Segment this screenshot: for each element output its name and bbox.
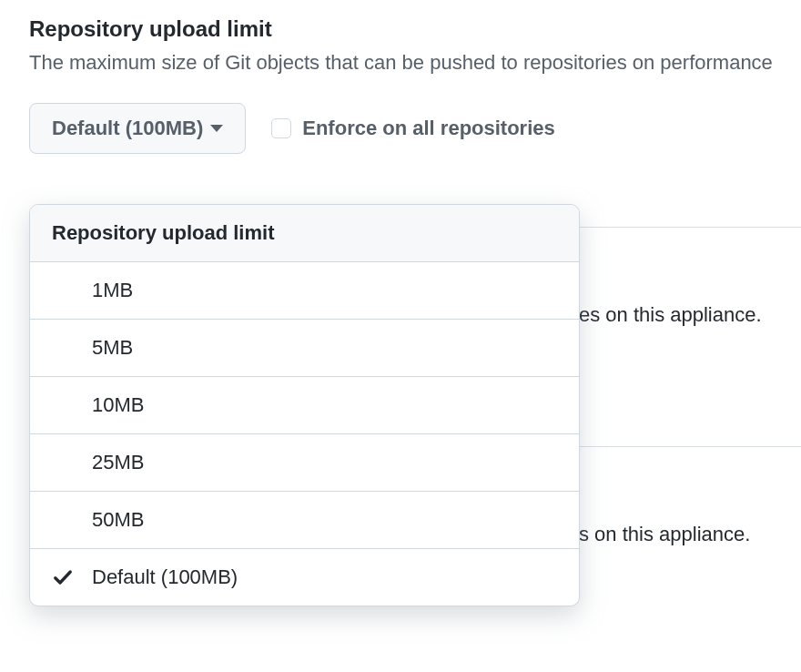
menu-item-1mb[interactable]: 1MB xyxy=(30,262,579,320)
upload-limit-dropdown[interactable]: Default (100MB) xyxy=(29,103,246,154)
menu-item-label: 25MB xyxy=(92,451,144,474)
background-text: s on this appliance. xyxy=(579,523,750,546)
upload-limit-menu: Repository upload limit 1MB 5MB 10MB 25M… xyxy=(29,204,580,606)
menu-header: Repository upload limit xyxy=(30,205,579,262)
controls-row: Default (100MB) Enforce on all repositor… xyxy=(29,103,772,154)
caret-down-icon xyxy=(210,125,223,132)
enforce-checkbox[interactable]: Enforce on all repositories xyxy=(271,117,555,140)
menu-item-50mb[interactable]: 50MB xyxy=(30,492,579,549)
checkbox-label: Enforce on all repositories xyxy=(302,117,555,140)
checkbox-box-icon xyxy=(271,118,291,138)
section-description: The maximum size of Git objects that can… xyxy=(29,47,772,77)
menu-item-label: 1MB xyxy=(92,279,133,302)
section-title: Repository upload limit xyxy=(29,16,772,42)
menu-item-10mb[interactable]: 10MB xyxy=(30,377,579,434)
menu-item-25mb[interactable]: 25MB xyxy=(30,434,579,492)
check-icon xyxy=(52,566,92,588)
menu-item-default-100mb[interactable]: Default (100MB) xyxy=(30,549,579,606)
menu-item-label: 5MB xyxy=(92,336,133,360)
menu-item-5mb[interactable]: 5MB xyxy=(30,320,579,377)
menu-item-label: 10MB xyxy=(92,393,144,417)
menu-item-label: 50MB xyxy=(92,508,144,532)
dropdown-label: Default (100MB) xyxy=(52,117,203,140)
menu-item-label: Default (100MB) xyxy=(92,565,238,589)
background-text: es on this appliance. xyxy=(579,303,762,327)
